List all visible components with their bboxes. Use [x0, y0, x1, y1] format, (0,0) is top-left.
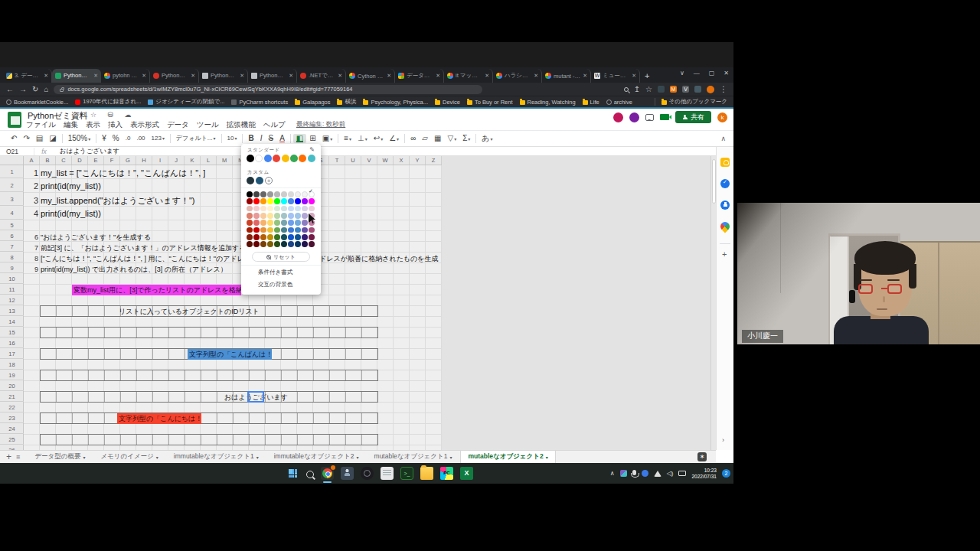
address-bar[interactable]: docs.google.com/spreadsheets/d/1wIMZY8mc… [54, 85, 482, 94]
palette-swatch[interactable] [274, 191, 280, 197]
add-sheet-button[interactable]: + [6, 452, 11, 462]
bookmark-item[interactable]: Psychology, Physica... [363, 99, 427, 106]
tray-app-icon[interactable] [620, 470, 627, 477]
browser-tab[interactable]: Cython - G✕ [346, 69, 395, 83]
increase-decimal-icon[interactable]: .00 [133, 134, 148, 143]
palette-swatch[interactable] [247, 234, 253, 240]
palette-swatch[interactable] [260, 227, 266, 233]
currency-icon[interactable]: ¥ [99, 134, 109, 143]
horizontal-align-icon[interactable]: ≡▾ [341, 134, 354, 144]
borders-icon[interactable]: ⊞ [306, 134, 318, 143]
menu-5[interactable]: データ [167, 120, 189, 130]
column-header-C[interactable]: C [56, 156, 72, 165]
palette-swatch[interactable] [247, 191, 253, 197]
palette-swatch[interactable] [288, 234, 294, 240]
column-header-F[interactable]: F [104, 156, 120, 165]
sheet-tab-2[interactable]: immutableなオブジェクト1▾ [167, 451, 266, 464]
palette-swatch[interactable] [260, 220, 266, 226]
home-icon[interactable]: ⌂ [44, 86, 48, 93]
last-edited-link[interactable]: 最終編集: 数秒前 [296, 120, 345, 130]
insert-link-icon[interactable]: ∞ [407, 134, 419, 143]
column-header-I[interactable]: I [152, 156, 168, 165]
menu-8[interactable]: ヘルプ [263, 120, 286, 130]
palette-swatch[interactable] [274, 206, 280, 212]
pycharm-taskbar-icon[interactable]: PC [440, 467, 453, 480]
palette-swatch[interactable] [295, 198, 301, 204]
font-size-select[interactable]: 10▾ [224, 134, 240, 143]
touch-keyboard-icon[interactable] [678, 471, 686, 476]
name-box[interactable]: O21 [0, 148, 34, 155]
column-header-X[interactable]: X [394, 156, 410, 165]
close-icon[interactable]: ✕ [724, 70, 729, 77]
sheet-tab-menu-icon[interactable]: ▾ [256, 455, 259, 460]
palette-swatch[interactable] [281, 213, 287, 219]
explore-button[interactable]: ∗ [697, 452, 707, 461]
column-header-L[interactable]: L [201, 156, 217, 165]
comment-history-icon[interactable] [645, 114, 654, 121]
sheet-tab-5[interactable]: mutableなオブジェクト2▾ [460, 451, 555, 464]
share-page-icon[interactable]: ↥ [634, 86, 640, 93]
column-header-Y[interactable]: Y [410, 156, 426, 165]
highlighted-cell-row-23[interactable]: 文字列型の「こんにちは！」 [117, 413, 201, 424]
palette-swatch[interactable] [295, 227, 301, 233]
palette-swatch[interactable] [253, 198, 260, 204]
bookmark-item[interactable]: 横浜 [337, 98, 356, 106]
start-taskbar-icon[interactable] [286, 467, 299, 480]
zoom-page-icon[interactable] [624, 87, 629, 92]
add-custom-color-button[interactable]: + [265, 177, 273, 184]
palette-swatch[interactable] [247, 206, 253, 212]
microphone-icon[interactable] [632, 470, 636, 475]
text-wrap-icon[interactable]: ↩▾ [371, 134, 386, 144]
tray-chevron-icon[interactable]: ∧ [610, 470, 615, 477]
number-format-icon[interactable]: 123▾ [149, 134, 168, 143]
column-header-M[interactable]: M [217, 156, 233, 165]
alternating-colors-item[interactable]: 交互の背景色 [258, 281, 292, 289]
reload-icon[interactable]: ↻ [32, 86, 38, 93]
palette-swatch[interactable] [247, 220, 253, 226]
palette-swatch[interactable] [267, 198, 273, 204]
bookmark-item[interactable]: archive [606, 99, 632, 106]
tab-close-icon[interactable]: ✕ [191, 73, 195, 79]
column-header-H[interactable]: H [136, 156, 152, 165]
browser-tab[interactable]: ハラシュ - G✕ [493, 69, 542, 83]
highlighted-cell-row-17[interactable]: 文字列型の「こんばんは！」 [188, 349, 272, 360]
highlighted-cell-row-11[interactable]: 変数my_list用に、[3]で作ったリストのアドレスを格納 [72, 285, 241, 295]
input-tools-icon[interactable]: あ▾ [479, 134, 495, 144]
sheet-tab-0[interactable]: データ型の概要▾ [28, 451, 92, 464]
tab-close-icon[interactable]: ✕ [583, 73, 587, 79]
active-cell-O21[interactable] [247, 391, 264, 403]
maximize-icon[interactable]: ▢ [709, 70, 715, 77]
tab-close-icon[interactable]: ✕ [436, 73, 440, 79]
chrome-taskbar-icon[interactable] [321, 467, 334, 480]
sheet-tab-menu-icon[interactable]: ▾ [357, 455, 359, 460]
all-sheets-button[interactable]: ≡ [16, 453, 20, 461]
menu-1[interactable]: 編集 [64, 120, 78, 130]
tab-close-icon[interactable]: ✕ [142, 73, 146, 79]
excel-taskbar-icon[interactable]: X [460, 467, 473, 480]
palette-swatch[interactable] [253, 241, 260, 247]
sheet-tab-1[interactable]: メモリのイメージ▾ [93, 451, 165, 464]
browser-tab[interactable]: it マッピング✕ [444, 69, 493, 83]
percent-icon[interactable]: % [109, 134, 122, 143]
palette-swatch[interactable] [267, 191, 273, 197]
palette-swatch[interactable] [309, 227, 315, 233]
palette-swatch[interactable] [260, 213, 266, 219]
reset-button[interactable]: リセット [252, 252, 310, 262]
column-header-G[interactable]: G [120, 156, 136, 165]
palette-swatch[interactable] [274, 213, 280, 219]
menu-4[interactable]: 表示形式 [130, 120, 159, 130]
other-bookmarks[interactable]: その他のブックマーク [655, 98, 727, 106]
palette-swatch[interactable] [288, 220, 294, 226]
palette-swatch[interactable] [295, 234, 301, 240]
standard-color-swatch[interactable] [264, 155, 272, 162]
palette-swatch[interactable] [260, 206, 266, 212]
palette-swatch[interactable] [302, 198, 308, 204]
font-select[interactable]: デフォルト...▾ [173, 134, 219, 143]
extension-v-icon[interactable]: V [682, 86, 689, 93]
palette-swatch[interactable] [288, 198, 294, 204]
palette-swatch[interactable] [302, 191, 308, 197]
tab-close-icon[interactable]: ✕ [632, 73, 636, 79]
minimize-icon[interactable]: — [694, 70, 700, 77]
vertical-align-icon[interactable]: ⊥▾ [354, 134, 371, 144]
palette-swatch[interactable] [260, 198, 266, 204]
